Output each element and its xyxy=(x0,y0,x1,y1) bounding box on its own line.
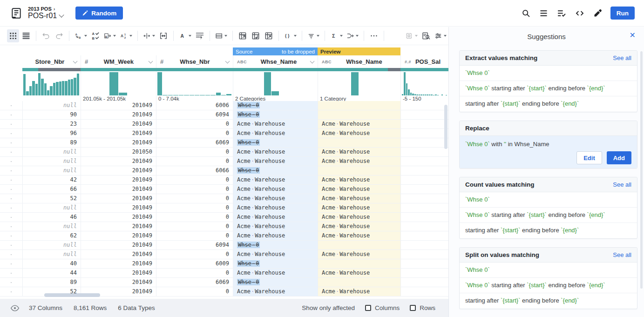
table-cell[interactable] xyxy=(400,175,448,184)
table-cell[interactable]: Acme·Warehouse xyxy=(233,185,318,194)
histogram-bar[interactable] xyxy=(420,94,422,95)
column-histogram[interactable] xyxy=(400,71,448,95)
histogram-bar[interactable] xyxy=(68,80,70,95)
row-marker[interactable] xyxy=(0,203,22,212)
row-marker[interactable] xyxy=(0,129,22,138)
list-view-icon[interactable] xyxy=(20,29,32,42)
suggestion-row[interactable]: starting after `{start}` ending before `… xyxy=(460,293,637,309)
table-cell[interactable]: Whse·0 xyxy=(233,138,318,147)
suggestion-row[interactable]: starting after `{start}` ending before `… xyxy=(460,223,637,238)
table-cell[interactable]: 0 xyxy=(156,185,233,194)
table-cell[interactable] xyxy=(318,138,400,147)
table-cell[interactable]: 6094 xyxy=(156,110,233,119)
column-histogram[interactable] xyxy=(156,71,233,95)
frame-icon[interactable] xyxy=(404,29,419,42)
see-all-link[interactable]: See all xyxy=(613,54,631,61)
histogram-bar[interactable] xyxy=(404,72,405,95)
histogram-bar[interactable] xyxy=(26,91,28,95)
format-icon[interactable]: A xyxy=(177,29,193,42)
data-quality-bar[interactable] xyxy=(22,68,81,71)
suggestion-row[interactable]: `Whse 0` xyxy=(460,263,637,278)
table-cell[interactable]: null xyxy=(22,101,81,110)
see-all-link[interactable]: See all xyxy=(613,181,631,188)
unpivot-icon[interactable] xyxy=(250,29,262,42)
table-cell[interactable] xyxy=(400,241,448,250)
histogram-bar[interactable] xyxy=(205,95,210,95)
replace-icon[interactable]: AB xyxy=(73,29,88,42)
table-cell[interactable]: 201049 xyxy=(81,213,156,222)
table-cell[interactable]: 0 xyxy=(156,231,233,240)
table-cell[interactable] xyxy=(400,278,448,287)
table-cell[interactable] xyxy=(400,222,448,231)
table-cell[interactable]: null xyxy=(22,157,81,166)
table-cell[interactable]: 0 xyxy=(156,175,233,184)
histogram-bar[interactable] xyxy=(195,95,199,95)
table-cell[interactable] xyxy=(400,120,448,128)
histogram-bar[interactable] xyxy=(62,81,64,96)
histogram-bar[interactable] xyxy=(179,95,183,95)
histogram-bar[interactable] xyxy=(425,94,426,95)
histogram-bar[interactable] xyxy=(221,95,226,95)
table-cell[interactable]: Acme·Warehouse xyxy=(233,213,318,222)
histogram-bar[interactable] xyxy=(77,74,79,96)
table-cell[interactable]: Acme·Warehouse xyxy=(233,269,318,277)
run-button[interactable]: Run xyxy=(610,7,635,20)
table-cell[interactable]: 201049 xyxy=(81,101,156,110)
grid-view-icon[interactable] xyxy=(7,29,19,42)
table-cell[interactable] xyxy=(400,269,448,277)
column-menu-icon[interactable] xyxy=(225,59,230,63)
table-cell[interactable]: null xyxy=(22,203,81,212)
table-cell[interactable] xyxy=(400,185,448,194)
table-cell[interactable]: null xyxy=(22,241,81,250)
column-histogram[interactable] xyxy=(22,71,81,95)
histogram-bar[interactable] xyxy=(173,95,178,95)
histogram-bar[interactable] xyxy=(190,95,194,95)
add-button[interactable]: Add xyxy=(607,151,631,164)
table-cell[interactable]: null xyxy=(22,166,81,175)
table-cell[interactable]: Acme·Warehouse xyxy=(233,175,318,184)
suggestion-row[interactable]: `Whse 0` xyxy=(460,66,637,81)
histogram-bar[interactable] xyxy=(168,95,173,95)
histogram-bar[interactable] xyxy=(419,94,420,95)
rows-checkbox-group[interactable]: Rows xyxy=(410,304,435,311)
table-cell[interactable]: 201049 xyxy=(81,194,156,203)
rows-checkbox[interactable] xyxy=(410,305,416,311)
column-histogram[interactable] xyxy=(318,71,400,95)
histogram-bar[interactable] xyxy=(50,86,52,95)
table-cell[interactable]: 0 xyxy=(156,194,233,203)
table-cell[interactable]: 0 xyxy=(156,222,233,231)
row-marker[interactable] xyxy=(0,278,22,287)
table-cell[interactable]: Whse·0 xyxy=(233,241,318,250)
table-cell[interactable]: 201049 xyxy=(81,175,156,184)
columns-checkbox-group[interactable]: Columns xyxy=(365,304,400,311)
histogram-bar[interactable] xyxy=(44,83,47,95)
steps-list-icon[interactable] xyxy=(539,8,549,18)
row-marker[interactable] xyxy=(0,231,22,240)
table-cell[interactable]: Whse·0 xyxy=(233,166,318,175)
table-cell[interactable] xyxy=(318,101,400,110)
histogram-bar[interactable] xyxy=(437,95,439,95)
table-cell[interactable] xyxy=(400,213,448,222)
horizontal-scrollbar[interactable] xyxy=(44,293,100,297)
data-quality-bar[interactable] xyxy=(233,68,318,71)
histogram-bar[interactable] xyxy=(446,95,447,96)
braces-icon[interactable]: { } xyxy=(283,29,298,42)
standardize-icon[interactable]: AB xyxy=(89,29,102,42)
table-cell[interactable]: Acme·Warehouse xyxy=(318,120,400,128)
table-cell[interactable]: 201049 xyxy=(81,203,156,212)
histogram-bar[interactable] xyxy=(441,94,443,95)
table-cell[interactable] xyxy=(318,241,400,250)
table-cell[interactable]: Acme·Warehouse xyxy=(318,175,400,184)
table-cell[interactable]: 0 xyxy=(156,213,233,222)
table-cell[interactable]: 201049 xyxy=(81,278,156,287)
table-cell[interactable] xyxy=(318,166,400,175)
row-marker[interactable] xyxy=(0,110,22,119)
table-cell[interactable] xyxy=(400,138,448,147)
histogram-bar[interactable] xyxy=(264,72,271,95)
params-icon[interactable] xyxy=(433,29,448,42)
table-cell[interactable]: 201049 xyxy=(81,157,156,166)
table-cell[interactable]: Whse·0 xyxy=(233,101,318,110)
table-cell[interactable]: Acme·Warehouse xyxy=(318,250,400,259)
table-cell[interactable]: 40 xyxy=(22,259,81,268)
table-cell[interactable]: 96 xyxy=(22,129,81,138)
